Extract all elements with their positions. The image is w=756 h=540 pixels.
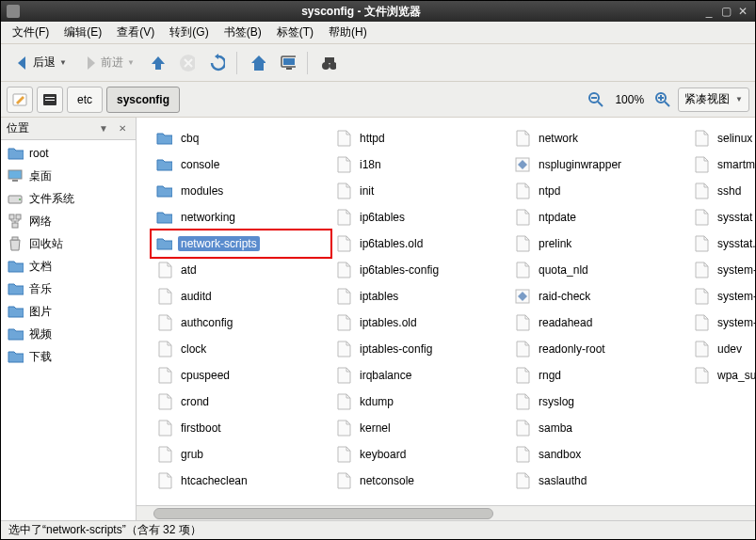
menu-edit[interactable]: 编辑(E) bbox=[56, 22, 109, 43]
back-arrow-icon bbox=[12, 55, 29, 71]
file-item[interactable]: netconsole bbox=[330, 468, 509, 494]
file-name-label: networking bbox=[178, 210, 238, 225]
sidebar-item-3[interactable]: 网络 bbox=[3, 210, 134, 232]
file-item[interactable]: wpa_supplicant bbox=[688, 362, 755, 389]
sidebar-item-2[interactable]: 文件系统 bbox=[3, 187, 134, 210]
menu-go[interactable]: 转到(G) bbox=[162, 22, 216, 43]
file-item[interactable]: rsyslog bbox=[509, 389, 688, 415]
svg-rect-11 bbox=[45, 100, 55, 101]
file-item[interactable]: htcacheclean bbox=[152, 468, 330, 494]
file-item[interactable]: network bbox=[509, 125, 688, 151]
search-button[interactable] bbox=[314, 51, 342, 75]
file-grid[interactable]: cbqconsolemodulesnetworkingnetwork-scrip… bbox=[137, 118, 755, 505]
sidebar-item-8[interactable]: 视频 bbox=[3, 323, 134, 345]
computer-button[interactable] bbox=[273, 51, 301, 75]
file-item[interactable]: i18n bbox=[330, 151, 509, 178]
file-item[interactable]: iptables bbox=[330, 283, 509, 310]
zoom-out-button[interactable] bbox=[585, 88, 607, 111]
file-item[interactable]: ip6tables.old bbox=[330, 230, 509, 257]
sidebar-dropdown-icon[interactable]: ▼ bbox=[96, 121, 111, 136]
file-item[interactable]: ntpdate bbox=[509, 204, 688, 230]
file-item[interactable]: authconfig bbox=[152, 310, 330, 336]
file-item[interactable]: system-config-network bbox=[688, 310, 755, 336]
file-item[interactable]: nspluginwrapper bbox=[509, 151, 688, 178]
path-segment-sysconfig[interactable]: sysconfig bbox=[106, 87, 180, 113]
file-item[interactable]: auditd bbox=[152, 283, 330, 310]
menu-bookmarks[interactable]: 书签(B) bbox=[217, 22, 269, 43]
sidebar-item-9[interactable]: 下载 bbox=[3, 345, 134, 368]
sidebar-item-6[interactable]: 音乐 bbox=[3, 278, 134, 300]
file-item[interactable]: cpuspeed bbox=[152, 362, 330, 389]
file-item[interactable]: quota_nld bbox=[509, 257, 688, 283]
file-item[interactable]: system-config-users bbox=[688, 283, 755, 310]
file-item[interactable]: modules bbox=[152, 178, 330, 204]
edit-path-button[interactable] bbox=[7, 87, 33, 113]
file-item[interactable]: sandbox bbox=[509, 441, 688, 468]
file-item[interactable]: console bbox=[152, 151, 330, 178]
file-item[interactable]: keyboard bbox=[330, 441, 509, 468]
path-segment-etc[interactable]: etc bbox=[67, 87, 103, 113]
reload-button[interactable] bbox=[202, 51, 231, 75]
scrollbar-thumb[interactable] bbox=[153, 508, 493, 519]
file-item[interactable]: grub bbox=[152, 441, 330, 468]
horizontal-scrollbar[interactable] bbox=[137, 505, 755, 520]
file-item[interactable]: init bbox=[330, 178, 509, 204]
file-item[interactable]: ntpd bbox=[509, 178, 688, 204]
file-item[interactable]: sysstat.ioconf bbox=[688, 230, 755, 257]
sidebar-close-button[interactable]: ✕ bbox=[115, 121, 130, 136]
file-item[interactable]: prelink bbox=[509, 230, 688, 257]
file-item[interactable]: kdump bbox=[330, 389, 509, 415]
file-item[interactable]: readonly-root bbox=[509, 336, 688, 362]
maximize-button[interactable]: ▢ bbox=[717, 4, 734, 19]
file-item[interactable]: clock bbox=[152, 336, 330, 362]
file-item[interactable]: iptables-config bbox=[330, 336, 509, 362]
view-mode-select[interactable]: 紧凑视图 ▼ bbox=[678, 87, 749, 112]
file-icon bbox=[334, 314, 351, 331]
minimize-button[interactable]: _ bbox=[700, 4, 717, 19]
file-item[interactable]: sysstat bbox=[688, 204, 755, 230]
file-item[interactable]: readahead bbox=[509, 310, 688, 336]
file-item[interactable]: rngd bbox=[509, 362, 688, 389]
menu-file[interactable]: 文件(F) bbox=[5, 22, 56, 43]
file-item[interactable]: crond bbox=[152, 389, 330, 415]
sidebar-item-4[interactable]: 回收站 bbox=[3, 232, 134, 255]
file-item[interactable]: atd bbox=[152, 257, 330, 283]
sidebar-item-1[interactable]: 桌面 bbox=[3, 165, 134, 187]
menu-tabs[interactable]: 标签(T) bbox=[269, 22, 321, 43]
file-item[interactable]: raid-check bbox=[509, 283, 688, 310]
sidebar-item-5[interactable]: 文档 bbox=[3, 255, 134, 278]
back-button[interactable]: 后退 ▼ bbox=[7, 51, 72, 75]
file-item[interactable]: sshd bbox=[688, 178, 755, 204]
sidebar-item-0[interactable]: root bbox=[3, 142, 134, 165]
home-button[interactable] bbox=[243, 51, 271, 75]
up-button[interactable] bbox=[142, 51, 170, 75]
file-item[interactable]: firstboot bbox=[152, 415, 330, 441]
menu-help[interactable]: 帮助(H) bbox=[321, 22, 375, 43]
zoom-in-button[interactable] bbox=[651, 88, 674, 111]
svg-rect-19 bbox=[8, 170, 22, 179]
file-item[interactable]: samba bbox=[509, 415, 688, 441]
file-icon bbox=[692, 314, 709, 331]
file-item[interactable]: ip6tables bbox=[330, 204, 509, 230]
file-item[interactable]: irqbalance bbox=[330, 362, 509, 389]
body-area: 位置 ▼ ✕ root桌面文件系统网络回收站文档音乐图片视频下载 cbqcons… bbox=[1, 118, 755, 520]
file-icon bbox=[155, 367, 172, 384]
sidebar-item-label: 图片 bbox=[29, 304, 52, 320]
file-item[interactable]: saslauthd bbox=[509, 468, 688, 494]
file-item[interactable]: iptables.old bbox=[330, 310, 509, 336]
file-item[interactable]: httpd bbox=[330, 125, 509, 151]
menu-view[interactable]: 查看(V) bbox=[109, 22, 162, 43]
folder-icon bbox=[155, 209, 172, 226]
sidebar-item-7[interactable]: 图片 bbox=[3, 300, 134, 323]
file-item[interactable]: network-scripts bbox=[152, 230, 330, 257]
file-item[interactable]: udev bbox=[688, 336, 755, 362]
file-item[interactable]: smartmontools bbox=[688, 151, 755, 178]
file-item[interactable]: ip6tables-config bbox=[330, 257, 509, 283]
close-button[interactable]: ✕ bbox=[734, 4, 751, 19]
file-item[interactable]: networking bbox=[152, 204, 330, 230]
toggle-path-button[interactable] bbox=[37, 87, 63, 113]
file-item[interactable]: system-config-firewall bbox=[688, 257, 755, 283]
file-item[interactable]: kernel bbox=[330, 415, 509, 441]
file-item[interactable]: cbq bbox=[152, 125, 330, 151]
file-item[interactable]: selinux bbox=[688, 125, 755, 151]
